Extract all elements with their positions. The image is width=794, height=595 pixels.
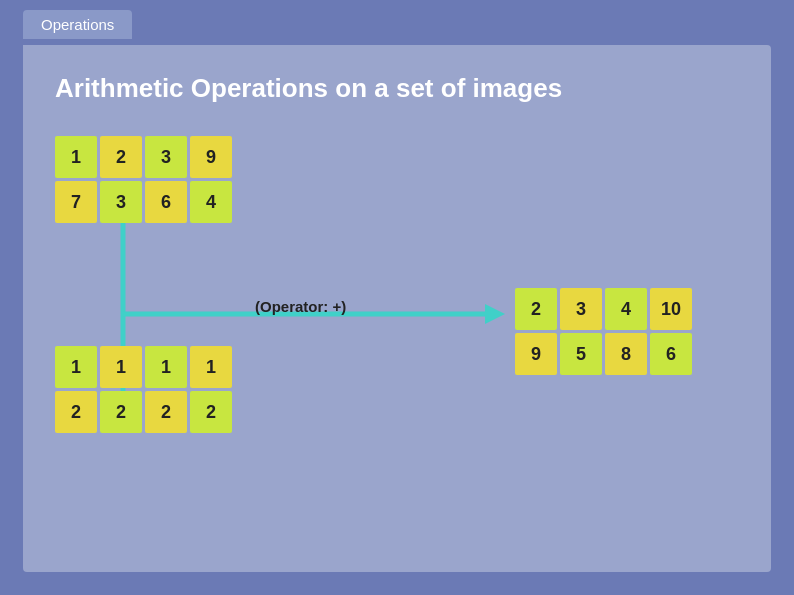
cell-tl-r2c2: 3 xyxy=(100,181,142,223)
cell-tl-r2c1: 7 xyxy=(55,181,97,223)
cell-bl-r2c4: 2 xyxy=(190,391,232,433)
cell-bl-r2c2: 2 xyxy=(100,391,142,433)
cell-tl-r2c3: 6 xyxy=(145,181,187,223)
cell-r-r2c4: 6 xyxy=(650,333,692,375)
cell-r-r1c4: 10 xyxy=(650,288,692,330)
diagram-container: 1 2 3 9 7 3 6 4 (Operator: +) 1 1 1 1 xyxy=(55,136,775,456)
operations-tab: Operations xyxy=(23,10,132,39)
cell-tl-r1c2: 2 xyxy=(100,136,142,178)
cell-r-r2c1: 9 xyxy=(515,333,557,375)
cell-bl-r1c2: 1 xyxy=(100,346,142,388)
main-card: Arithmetic Operations on a set of images… xyxy=(23,45,771,572)
tab-label: Operations xyxy=(41,16,114,33)
svg-marker-4 xyxy=(485,304,505,324)
operator-label: (Operator: +) xyxy=(255,298,346,315)
page-title: Arithmetic Operations on a set of images xyxy=(55,73,739,104)
bottom-left-grid: 1 1 1 1 2 2 2 2 xyxy=(55,346,232,433)
cell-bl-r1c4: 1 xyxy=(190,346,232,388)
cell-r-r2c3: 8 xyxy=(605,333,647,375)
cell-r-r1c2: 3 xyxy=(560,288,602,330)
cell-r-r1c1: 2 xyxy=(515,288,557,330)
cell-tl-r2c4: 4 xyxy=(190,181,232,223)
cell-r-r2c2: 5 xyxy=(560,333,602,375)
cell-bl-r1c1: 1 xyxy=(55,346,97,388)
cell-r-r1c3: 4 xyxy=(605,288,647,330)
cell-tl-r1c4: 9 xyxy=(190,136,232,178)
top-left-grid: 1 2 3 9 7 3 6 4 xyxy=(55,136,232,223)
cell-bl-r2c1: 2 xyxy=(55,391,97,433)
cell-tl-r1c1: 1 xyxy=(55,136,97,178)
cell-bl-r2c3: 2 xyxy=(145,391,187,433)
cell-tl-r1c3: 3 xyxy=(145,136,187,178)
result-grid: 2 3 4 10 9 5 8 6 xyxy=(515,288,692,375)
cell-bl-r1c3: 1 xyxy=(145,346,187,388)
